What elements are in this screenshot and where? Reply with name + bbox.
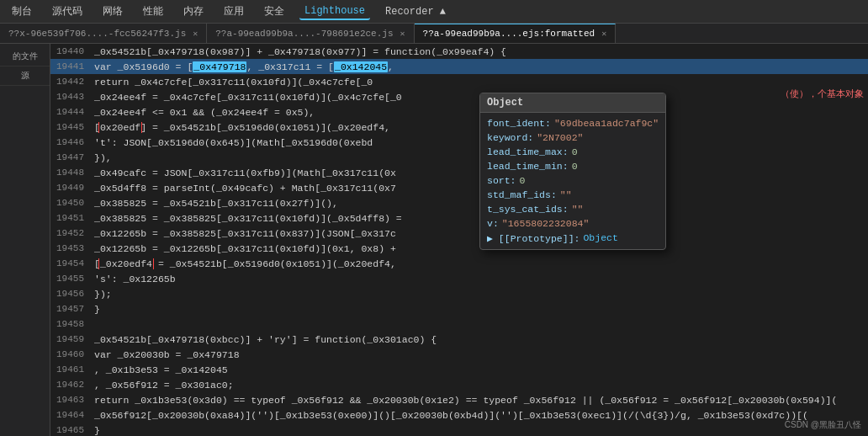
code-line[interactable]: 19458 xyxy=(50,316,868,332)
tab-file-3[interactable]: ??a-99ead99b9a....ejs:formatted ✕ xyxy=(415,24,617,43)
tab-label-2: ??a-99ead99b9a....-798691e2ce.js xyxy=(215,29,393,39)
token-highlight2: _0x142045 xyxy=(334,61,388,72)
line-content: } xyxy=(91,425,100,436)
code-line[interactable]: 19461 , _0x1b3e53 = _0x142045 xyxy=(50,362,868,377)
tooltip-value: "" xyxy=(572,204,584,215)
token-red-box2: _0x20edf4 xyxy=(100,258,152,269)
tooltip-key: lead_time_max: xyxy=(487,146,569,157)
line-number: 19447 xyxy=(50,152,91,162)
code-line[interactable]: 19452 _0x12265b = _0x385825[_0x317c11(0x… xyxy=(50,226,868,241)
tab-file-1[interactable]: ??x-96e539f706....-fcc56247f3.js ✕ xyxy=(0,24,207,43)
annotation-text: （使），个基本对象 xyxy=(781,88,864,100)
code-line[interactable]: 19459_0x54521b[_0x479718(0xbcc)] + 'ry']… xyxy=(50,332,868,347)
code-line[interactable]: 19443 _0x24ee4f = _0x4c7cfe[_0x317c11(0x… xyxy=(50,89,868,104)
code-line[interactable]: 19460 var _0x20030b = _0x479718 xyxy=(50,347,868,362)
line-number: 19441 xyxy=(50,61,91,72)
code-line[interactable]: 19445 [0x20edf] = _0x54521b[_0x5196d0(0x… xyxy=(50,120,868,135)
line-content: _0x5d4ff8 = parseInt(_0x49cafc) + Math[_… xyxy=(91,183,396,194)
tab-file-2[interactable]: ??a-99ead99b9a....-798691e2ce.js ✕ xyxy=(207,24,414,43)
toolbar-item-console[interactable]: 制台 xyxy=(7,3,37,20)
tab-label-3: ??a-99ead99b9a....ejs:formatted xyxy=(423,29,595,39)
toolbar-item-performance[interactable]: 性能 xyxy=(138,3,168,20)
line-content: _0x12265b = _0x385825[_0x317c11(0x837)](… xyxy=(91,228,396,239)
code-line[interactable]: 19451 _0x385825 = _0x385825[_0x317c11(0x… xyxy=(50,210,868,226)
tooltip-body: font_ident:"69dbeaa1adc7af9c"keyword:"2N… xyxy=(480,113,665,249)
code-line[interactable]: 19444 _0x24ee4f <= 0x1 && (_0x24ee4f = 0… xyxy=(50,104,868,120)
tooltip-row: ▶ [[Prototype]]:Object xyxy=(487,231,659,246)
tooltip-value: "69dbeaa1adc7af9c" xyxy=(554,118,659,129)
line-content: var _0x5196d0 = [_0x479718, _0x317c11 = … xyxy=(91,61,394,72)
code-line[interactable]: 19456 }); xyxy=(50,286,868,301)
line-number: 19464 xyxy=(50,410,91,420)
code-line[interactable]: 19455 's': _0x12265b xyxy=(50,271,868,286)
toolbar-item-network[interactable]: 网络 xyxy=(98,3,128,20)
tab-close-2[interactable]: ✕ xyxy=(400,29,405,39)
line-number: 19449 xyxy=(50,183,91,193)
tooltip-key: sort: xyxy=(487,175,516,186)
tooltip-key: lead_time_min: xyxy=(487,161,569,172)
watermark: CSDN @黑脸丑八怪 xyxy=(785,419,861,431)
tooltip-row: t_sys_cat_ids:"" xyxy=(487,202,659,216)
code-line[interactable]: 19446 't': JSON[_0x5196d0(0x645)](Math[_… xyxy=(50,135,868,150)
tooltip-value[interactable]: Object xyxy=(583,232,617,244)
code-line[interactable]: 19447 }), xyxy=(50,150,868,165)
line-content: [_0x20edf4 = _0x54521b[_0x5196d0(0x1051)… xyxy=(91,258,396,269)
tooltip-value: 0 xyxy=(520,175,526,186)
toolbar: 制台 源代码 网络 性能 内存 应用 安全 Lighthouse Recorde… xyxy=(0,0,868,24)
sidebar-item-files[interactable]: 的文件 xyxy=(0,47,50,66)
code-line[interactable]: 19465} xyxy=(50,423,868,436)
toolbar-item-source[interactable]: 源代码 xyxy=(47,3,87,20)
line-number: 19442 xyxy=(50,77,91,87)
tab-close-1[interactable]: ✕ xyxy=(193,29,198,39)
tooltip-value: "" xyxy=(560,189,572,200)
line-number: 19460 xyxy=(50,349,91,359)
code-line[interactable]: 19453 _0x12265b = _0x12265b[_0x317c11(0x… xyxy=(50,241,868,256)
line-content: var _0x20030b = _0x479718 xyxy=(91,349,240,360)
line-number: 19444 xyxy=(50,107,91,117)
line-number: 19456 xyxy=(50,289,91,299)
code-line[interactable]: 19463 return _0x1b3e53(0x3d0) == typeof … xyxy=(50,392,868,407)
tab-close-3[interactable]: ✕ xyxy=(601,29,606,39)
line-content: return _0x4c7cfe[_0x317c11(0x10fd)](_0x4… xyxy=(91,77,373,88)
code-line[interactable]: 19449 _0x5d4ff8 = parseInt(_0x49cafc) + … xyxy=(50,180,868,195)
toolbar-item-memory[interactable]: 内存 xyxy=(178,3,209,20)
code-line[interactable]: 19441 var _0x5196d0 = [_0x479718, _0x317… xyxy=(50,59,868,74)
code-lines: 19440 _0x54521b[_0x479718(0x987)] + _0x4… xyxy=(50,44,868,436)
line-content: _0x385825 = _0x385825[_0x317c11(0x10fd)]… xyxy=(91,213,402,224)
tooltip-row: std_maf_ids:"" xyxy=(487,188,659,202)
line-number: 19440 xyxy=(50,46,91,56)
code-line[interactable]: 19457} xyxy=(50,301,868,316)
tooltip-value: 0 xyxy=(572,161,578,172)
code-area[interactable]: 19440 _0x54521b[_0x479718(0x987)] + _0x4… xyxy=(50,44,868,436)
tab-bar: ??x-96e539f706....-fcc56247f3.js ✕ ??a-9… xyxy=(0,24,868,44)
tooltip-value: "1655802232084" xyxy=(502,218,590,229)
code-line[interactable]: 19440 _0x54521b[_0x479718(0x987)] + _0x4… xyxy=(50,44,868,59)
code-line[interactable]: 19448 _0x49cafc = JSON[_0x317c11(0xfb9)]… xyxy=(50,165,868,180)
code-line[interactable]: 19464 _0x56f912[_0x20030b(0xa84)]('')[_0… xyxy=(50,407,868,423)
toolbar-item-app[interactable]: 应用 xyxy=(219,3,249,20)
toolbar-item-recorder[interactable]: Recorder ▲ xyxy=(380,4,451,19)
line-content: }), xyxy=(91,152,112,163)
code-line[interactable]: 19454 [_0x20edf4 = _0x54521b[_0x5196d0(0… xyxy=(50,256,868,271)
line-content: _0x12265b = _0x12265b[_0x317c11(0x10fd)]… xyxy=(91,243,396,254)
code-line[interactable]: 19442 return _0x4c7cfe[_0x317c11(0x10fd)… xyxy=(50,74,868,89)
line-number: 19465 xyxy=(50,425,91,435)
code-line[interactable]: 19450 _0x385825 = _0x54521b[_0x317c11(0x… xyxy=(50,195,868,210)
tooltip-key: ▶ [[Prototype]]: xyxy=(487,232,580,244)
sidebar-item-sources[interactable]: 源 xyxy=(0,66,50,86)
toolbar-item-lighthouse[interactable]: Lighthouse xyxy=(299,3,370,20)
line-number: 19461 xyxy=(50,364,91,375)
code-line[interactable]: 19462 , _0x56f912 = _0x301ac0; xyxy=(50,377,868,392)
line-number: 19462 xyxy=(50,380,91,390)
line-number: 19459 xyxy=(50,334,91,344)
line-content: _0x54521b[_0x479718(0x987)] + _0x479718(… xyxy=(91,46,506,57)
token-red-box: 0x20edf xyxy=(100,122,140,133)
toolbar-item-security[interactable]: 安全 xyxy=(259,3,289,20)
tooltip-key: t_sys_cat_ids: xyxy=(487,204,569,215)
line-content: 't': JSON[_0x5196d0(0x645)](Math[_0x5196… xyxy=(91,137,373,148)
tab-label-1: ??x-96e539f706....-fcc56247f3.js xyxy=(8,29,186,39)
line-number: 19457 xyxy=(50,304,91,314)
line-content: }); xyxy=(91,289,112,300)
line-content: 's': _0x12265b xyxy=(91,274,176,284)
line-number: 19454 xyxy=(50,258,91,269)
